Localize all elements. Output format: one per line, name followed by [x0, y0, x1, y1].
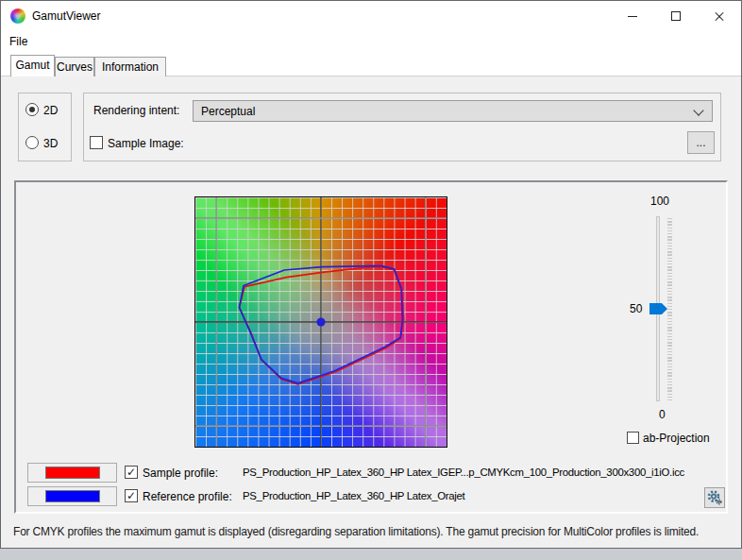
sample-image-checkbox[interactable]: [90, 136, 103, 149]
sample-image-label[interactable]: Sample Image:: [108, 137, 184, 150]
gamut-outlines-svg: [195, 197, 447, 447]
slider-max-label: 100: [650, 195, 669, 208]
sample-color-button[interactable]: [27, 463, 117, 483]
close-button[interactable]: [698, 1, 741, 31]
radio-2d[interactable]: [25, 103, 39, 116]
reference-color-button[interactable]: [27, 486, 117, 506]
slider-min-label: 0: [659, 408, 666, 421]
view-mode-group: [18, 93, 72, 161]
maximize-button[interactable]: [654, 1, 698, 31]
reference-color-swatch: [45, 490, 100, 502]
app-color-wheel-icon: [10, 8, 25, 24]
gamut-chart: [194, 196, 447, 448]
window-title: GamutViewer: [32, 9, 100, 23]
rendering-intent-value: Perceptual: [201, 105, 255, 118]
chevron-down-icon: [693, 105, 703, 115]
radio-2d-label[interactable]: 2D: [43, 104, 58, 117]
app-window: GamutViewer File Gamut Curves Informatio…: [0, 0, 742, 549]
tab-gamut[interactable]: Gamut: [10, 55, 55, 76]
reference-profile-label[interactable]: Reference profile:: [143, 490, 232, 503]
reference-profile-value: PS_Production_HP_Latex_360_HP Latex_Oraj…: [243, 490, 464, 501]
sample-profile-value: PS_Production_HP_Latex_360_HP Latex_IGEP…: [243, 467, 684, 478]
rendering-intent-select[interactable]: Perceptual: [193, 100, 713, 122]
minimize-button[interactable]: [611, 1, 654, 31]
settings-button[interactable]: [704, 487, 725, 508]
status-message: For CMYK profiles the maximum gamut is d…: [13, 525, 734, 538]
gear-icon: [705, 488, 724, 507]
sample-color-swatch: [45, 467, 100, 479]
reference-profile-checkbox[interactable]: [125, 489, 138, 502]
title-bar: GamutViewer: [1, 1, 741, 31]
ab-projection-checkbox[interactable]: [627, 432, 639, 444]
radio-3d-label[interactable]: 3D: [43, 137, 58, 150]
menu-bar: File: [1, 31, 741, 54]
minimize-icon: [628, 16, 637, 17]
tab-information[interactable]: Information: [94, 57, 166, 76]
slider-tick-marks: [667, 218, 672, 400]
sample-profile-label[interactable]: Sample profile:: [143, 467, 218, 480]
sample-profile-checkbox[interactable]: [125, 466, 138, 479]
ab-projection-label[interactable]: ab-Projection: [643, 432, 710, 445]
rendering-intent-label: Rendering intent:: [93, 104, 179, 117]
radio-3d[interactable]: [25, 136, 39, 149]
menu-item-file[interactable]: File: [1, 31, 36, 54]
browse-button[interactable]: ...: [687, 131, 715, 154]
maximize-icon: [671, 11, 681, 21]
slider-value-label: 50: [630, 302, 642, 315]
tab-curves[interactable]: Curves: [55, 57, 94, 76]
